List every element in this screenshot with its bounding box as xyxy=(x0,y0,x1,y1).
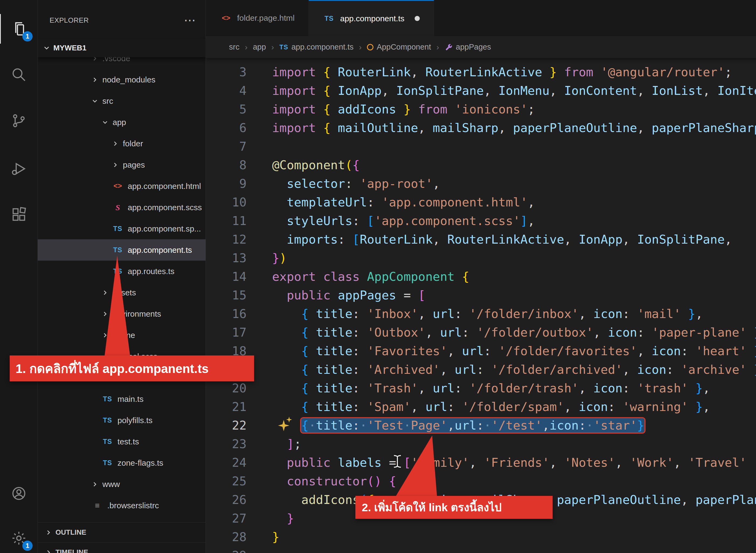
tree-item-app.component.scss[interactable]: Sapp.component.scss xyxy=(38,197,205,218)
code-line-19: 19 { title: 'Archived', url: '/folder/ar… xyxy=(206,360,756,379)
breadcrumb-separator-icon: › xyxy=(245,43,248,52)
outline-label: OUTLINE xyxy=(56,528,86,537)
search-icon[interactable] xyxy=(0,60,37,89)
code-line-content[interactable]: { title: 'Archived', url: '/folder/archi… xyxy=(272,360,756,379)
code-line-9: 9 selector: 'app-root', xyxy=(206,174,756,193)
breadcrumb-item-src[interactable]: src xyxy=(229,43,240,52)
tree-item-assets[interactable]: assets xyxy=(38,282,205,303)
tree-item-label: test.ts xyxy=(117,437,139,446)
text-cursor-pointer xyxy=(391,454,404,469)
tree-item-test.ts[interactable]: TStest.ts xyxy=(38,431,205,452)
tree-item-app.routes.ts[interactable]: TSapp.routes.ts xyxy=(38,261,205,282)
code-line-content[interactable]: { title: 'Trash', url: '/folder/trash', … xyxy=(272,379,756,397)
tree-item-pages[interactable]: pages xyxy=(38,154,205,175)
chevron-right-icon xyxy=(101,289,109,297)
tree-item-node_modules[interactable]: node_modules xyxy=(38,69,205,90)
outline-section-header[interactable]: OUTLINE xyxy=(38,522,205,542)
tree-item-app[interactable]: app xyxy=(38,111,205,133)
scss-file-icon: S xyxy=(111,203,124,212)
chevron-right-icon xyxy=(91,76,99,84)
tree-item-label: .browserslistrc xyxy=(107,501,159,510)
highlighted-code-selection[interactable]: {·title:·'Test·Page',url:·'/test',icon:·… xyxy=(301,418,644,432)
breadcrumb-item-app.component.ts[interactable]: TSapp.component.ts xyxy=(279,43,353,52)
ts-file-icon: TS xyxy=(111,246,124,254)
line-number: 9 xyxy=(206,174,272,193)
code-line-content[interactable]: @Component({ xyxy=(272,156,756,174)
ts-file-icon: TS xyxy=(279,44,288,51)
code-line-content[interactable]: }) xyxy=(272,249,756,267)
code-line-content[interactable]: import { mailOutline, mailSharp, paperPl… xyxy=(272,118,756,137)
explorer-badge: 1 xyxy=(22,31,32,42)
code-line-content[interactable]: export class AppComponent { xyxy=(272,267,756,286)
code-line-content[interactable]: public labels = ['Family', 'Friends', 'N… xyxy=(272,453,756,472)
code-line-content[interactable]: } xyxy=(272,528,756,546)
breadcrumb-item-app[interactable]: app xyxy=(253,43,266,52)
code-line-content[interactable]: imports: [RouterLink, RouterLinkActive, … xyxy=(272,230,756,249)
line-number: 15 xyxy=(206,286,272,305)
tree-item-label: environments xyxy=(113,309,161,319)
tree-item-zone-flags.ts[interactable]: TSzone-flags.ts xyxy=(38,452,205,474)
chevron-right-icon xyxy=(45,549,52,553)
tree-item-theme[interactable]: theme xyxy=(38,324,205,346)
breadcrumb-item-appPages[interactable]: appPages xyxy=(444,43,491,52)
code-line-15: 15 public appPages = [ xyxy=(206,286,756,305)
tab-label: folder.page.html xyxy=(237,13,295,23)
tree-item-app.component.html[interactable]: <>app.component.html xyxy=(38,175,205,197)
code-line-content[interactable]: { title: 'Inbox', url: '/folder/inbox', … xyxy=(272,305,756,323)
code-line-content[interactable]: constructor() { xyxy=(272,472,756,490)
modified-dot-icon[interactable] xyxy=(415,16,420,21)
timeline-section-header[interactable]: TIMELINE xyxy=(38,542,205,553)
tab-folder.page.html[interactable]: <>folder.page.html xyxy=(206,0,309,36)
tab-app.component.ts[interactable]: TSapp.component.ts xyxy=(309,0,434,36)
code-line-content[interactable]: import { addIcons } from 'ionicons'; xyxy=(272,100,756,118)
chevron-down-icon xyxy=(91,97,99,105)
line-number: 3 xyxy=(206,63,272,81)
explorer-icon[interactable]: 1 xyxy=(0,14,37,44)
more-actions-icon[interactable]: ⋯ xyxy=(184,17,196,23)
extensions-icon[interactable] xyxy=(0,200,37,229)
tree-item-main.ts[interactable]: TSmain.ts xyxy=(38,388,205,410)
tree-item-environments[interactable]: environments xyxy=(38,303,205,324)
source-control-icon[interactable] xyxy=(0,106,37,136)
tree-item-.browserslistrc[interactable]: ≡.browserslistrc xyxy=(38,495,205,516)
tree-item-folder[interactable]: folder xyxy=(38,133,205,154)
code-line-29: 29 xyxy=(206,546,756,553)
tree-item-label: zone-flags.ts xyxy=(117,458,163,468)
code-line-content[interactable] xyxy=(272,137,756,156)
line-number: 28 xyxy=(206,528,272,546)
copilot-sparkle-icon[interactable] xyxy=(276,418,291,433)
config-file-icon: ≡ xyxy=(91,501,103,510)
code-line-content[interactable]: { title: 'Favorites', url: '/folder/favo… xyxy=(272,342,756,360)
settings-badge: 1 xyxy=(22,541,32,551)
code-line-content[interactable]: import { RouterLink, RouterLinkActive } … xyxy=(272,63,756,81)
code-line-content[interactable]: public appPages = [ xyxy=(272,286,756,305)
html-file-icon: <> xyxy=(111,182,124,190)
workspace-root[interactable]: MYWEB1 xyxy=(38,39,205,57)
code-line-content[interactable] xyxy=(272,546,756,553)
tree-item-polyfills.ts[interactable]: TSpolyfills.ts xyxy=(38,410,205,431)
timeline-label: TIMELINE xyxy=(56,548,88,553)
code-line-content[interactable]: ]; xyxy=(272,435,756,453)
code-line-content[interactable]: selector: 'app-root', xyxy=(272,174,756,193)
tree-item-label: src xyxy=(102,96,113,106)
code-line-content[interactable]: {·title:·'Test·Page',url:·'/test',icon:·… xyxy=(272,416,756,435)
tree-item-www[interactable]: www xyxy=(38,474,205,495)
code-line-content[interactable]: styleUrls: ['app.component.scss'], xyxy=(272,212,756,230)
tree-item-app.component.sp...[interactable]: TSapp.component.sp... xyxy=(38,218,205,239)
code-line-content[interactable]: { title: 'Spam', url: '/folder/spam', ic… xyxy=(272,397,756,416)
run-debug-icon[interactable] xyxy=(0,154,37,183)
code-line-content[interactable]: { title: 'Outbox', url: '/folder/outbox'… xyxy=(272,323,756,342)
line-number: 21 xyxy=(206,397,272,416)
ts-file-icon: TS xyxy=(101,395,114,403)
breadcrumb-item-AppComponent[interactable]: AppComponent xyxy=(367,43,431,52)
tree-item-app.component.ts[interactable]: TSapp.component.ts xyxy=(38,239,205,261)
code-line-content[interactable]: import { IonApp, IonSplitPane, IonMenu, … xyxy=(272,81,756,100)
tree-item-src[interactable]: src xyxy=(38,90,205,111)
settings-gear-icon[interactable]: 1 xyxy=(0,523,37,553)
code-line-18: 18 { title: 'Favorites', url: '/folder/f… xyxy=(206,342,756,360)
editor-group: <>folder.page.htmlTSapp.component.ts src… xyxy=(206,0,756,553)
tree-item-label: www xyxy=(102,480,120,489)
code-line-content[interactable]: templateUrl: 'app.component.html', xyxy=(272,193,756,212)
annotation-step1: 1. กดคลิกที่ไฟล์ app.companent.ts xyxy=(10,356,254,381)
account-icon[interactable] xyxy=(0,479,37,508)
